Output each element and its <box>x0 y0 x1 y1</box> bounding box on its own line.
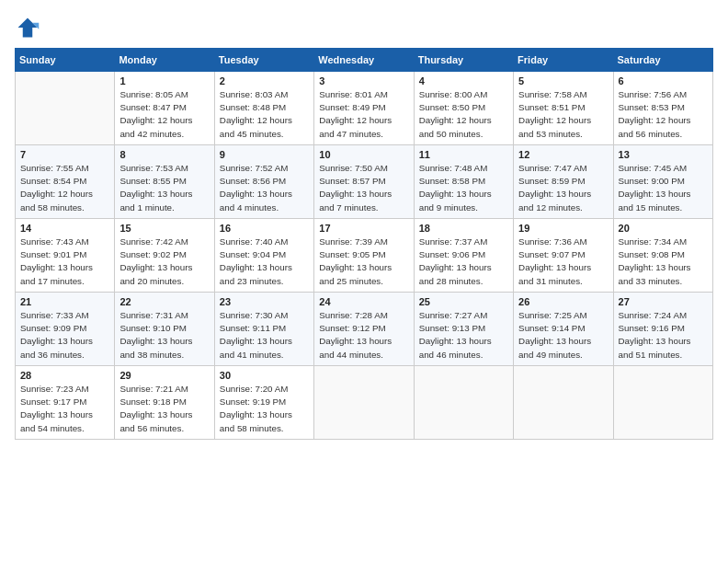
day-cell: 13Sunrise: 7:45 AMSunset: 9:00 PMDayligh… <box>613 145 712 219</box>
day-number: 22 <box>119 296 209 307</box>
day-number: 6 <box>619 75 708 86</box>
day-info: Sunrise: 7:58 AMSunset: 8:51 PMDaylight:… <box>518 88 608 141</box>
day-cell: 10Sunrise: 7:50 AMSunset: 8:57 PMDayligh… <box>314 145 414 219</box>
day-info: Sunrise: 7:23 AMSunset: 9:17 PMDaylight:… <box>20 383 109 435</box>
day-number: 27 <box>619 296 708 307</box>
day-cell <box>613 366 712 440</box>
day-cell: 26Sunrise: 7:25 AMSunset: 9:14 PMDayligh… <box>514 293 613 366</box>
header-cell-saturday: Saturday <box>613 49 712 72</box>
day-cell: 21Sunrise: 7:33 AMSunset: 9:09 PMDayligh… <box>16 293 115 366</box>
day-info: Sunrise: 7:50 AMSunset: 8:57 PMDaylight:… <box>319 162 408 214</box>
day-info: Sunrise: 7:27 AMSunset: 9:13 PMDaylight:… <box>419 309 508 362</box>
day-cell <box>16 72 115 145</box>
header-row: SundayMondayTuesdayWednesdayThursdayFrid… <box>16 49 713 72</box>
week-row-5: 28Sunrise: 7:23 AMSunset: 9:17 PMDayligh… <box>16 366 713 440</box>
day-info: Sunrise: 7:34 AMSunset: 9:08 PMDaylight:… <box>619 236 708 288</box>
week-row-3: 14Sunrise: 7:43 AMSunset: 9:01 PMDayligh… <box>16 219 713 293</box>
day-cell: 6Sunrise: 7:56 AMSunset: 8:53 PMDaylight… <box>613 72 712 145</box>
day-cell <box>514 366 613 440</box>
day-info: Sunrise: 7:40 AMSunset: 9:04 PMDaylight:… <box>220 236 309 288</box>
day-number: 26 <box>518 296 608 307</box>
day-info: Sunrise: 7:43 AMSunset: 9:01 PMDaylight:… <box>20 236 109 288</box>
header-cell-thursday: Thursday <box>414 49 513 72</box>
day-cell: 4Sunrise: 8:00 AMSunset: 8:50 PMDaylight… <box>414 72 513 145</box>
header-cell-wednesday: Wednesday <box>314 49 414 72</box>
day-cell: 29Sunrise: 7:21 AMSunset: 9:18 PMDayligh… <box>115 366 214 440</box>
day-info: Sunrise: 7:37 AMSunset: 9:06 PMDaylight:… <box>419 236 508 288</box>
day-info: Sunrise: 8:01 AMSunset: 8:49 PMDaylight:… <box>319 88 408 141</box>
day-number: 7 <box>20 149 109 160</box>
day-info: Sunrise: 8:00 AMSunset: 8:50 PMDaylight:… <box>419 88 508 141</box>
day-number: 13 <box>619 149 708 160</box>
day-cell: 7Sunrise: 7:55 AMSunset: 8:54 PMDaylight… <box>16 145 115 219</box>
header-cell-monday: Monday <box>115 49 214 72</box>
day-cell: 16Sunrise: 7:40 AMSunset: 9:04 PMDayligh… <box>214 219 313 293</box>
day-number: 2 <box>220 75 309 86</box>
day-number: 16 <box>220 223 309 234</box>
day-number: 17 <box>319 223 408 234</box>
day-cell: 22Sunrise: 7:31 AMSunset: 9:10 PMDayligh… <box>115 293 214 366</box>
day-number: 3 <box>319 75 408 86</box>
day-cell: 20Sunrise: 7:34 AMSunset: 9:08 PMDayligh… <box>613 219 712 293</box>
day-info: Sunrise: 7:36 AMSunset: 9:07 PMDaylight:… <box>518 236 608 288</box>
day-info: Sunrise: 7:39 AMSunset: 9:05 PMDaylight:… <box>319 236 408 288</box>
day-info: Sunrise: 7:45 AMSunset: 9:00 PMDaylight:… <box>619 162 708 214</box>
week-row-1: 1Sunrise: 8:05 AMSunset: 8:47 PMDaylight… <box>16 72 713 145</box>
day-cell: 24Sunrise: 7:28 AMSunset: 9:12 PMDayligh… <box>314 293 414 366</box>
logo <box>15 15 44 40</box>
day-number: 14 <box>20 223 109 234</box>
day-cell: 30Sunrise: 7:20 AMSunset: 9:19 PMDayligh… <box>214 366 313 440</box>
day-info: Sunrise: 7:28 AMSunset: 9:12 PMDaylight:… <box>319 309 408 362</box>
day-info: Sunrise: 8:03 AMSunset: 8:48 PMDaylight:… <box>220 88 309 141</box>
day-number: 1 <box>119 75 209 86</box>
day-number: 4 <box>419 75 508 86</box>
day-number: 28 <box>20 370 109 381</box>
day-cell: 28Sunrise: 7:23 AMSunset: 9:17 PMDayligh… <box>16 366 115 440</box>
page-header <box>15 15 713 40</box>
day-number: 5 <box>518 75 608 86</box>
day-cell <box>414 366 513 440</box>
week-row-4: 21Sunrise: 7:33 AMSunset: 9:09 PMDayligh… <box>16 293 713 366</box>
header-cell-sunday: Sunday <box>16 49 115 72</box>
day-cell: 23Sunrise: 7:30 AMSunset: 9:11 PMDayligh… <box>214 293 313 366</box>
day-cell: 18Sunrise: 7:37 AMSunset: 9:06 PMDayligh… <box>414 219 513 293</box>
day-number: 30 <box>220 370 309 381</box>
day-cell: 3Sunrise: 8:01 AMSunset: 8:49 PMDaylight… <box>314 72 414 145</box>
day-cell: 27Sunrise: 7:24 AMSunset: 9:16 PMDayligh… <box>613 293 712 366</box>
day-number: 9 <box>220 149 309 160</box>
day-cell: 2Sunrise: 8:03 AMSunset: 8:48 PMDaylight… <box>214 72 313 145</box>
calendar-table: SundayMondayTuesdayWednesdayThursdayFrid… <box>15 48 713 440</box>
svg-marker-0 <box>18 18 38 38</box>
day-cell: 1Sunrise: 8:05 AMSunset: 8:47 PMDaylight… <box>115 72 214 145</box>
logo-icon <box>15 15 40 40</box>
day-info: Sunrise: 7:31 AMSunset: 9:10 PMDaylight:… <box>119 309 209 362</box>
day-number: 15 <box>119 223 209 234</box>
header-cell-friday: Friday <box>514 49 613 72</box>
day-cell: 12Sunrise: 7:47 AMSunset: 8:59 PMDayligh… <box>514 145 613 219</box>
day-number: 11 <box>419 149 508 160</box>
day-cell: 5Sunrise: 7:58 AMSunset: 8:51 PMDaylight… <box>514 72 613 145</box>
day-cell <box>314 366 414 440</box>
day-info: Sunrise: 7:21 AMSunset: 9:18 PMDaylight:… <box>119 383 209 435</box>
day-cell: 9Sunrise: 7:52 AMSunset: 8:56 PMDaylight… <box>214 145 313 219</box>
day-info: Sunrise: 7:20 AMSunset: 9:19 PMDaylight:… <box>220 383 309 435</box>
day-info: Sunrise: 7:47 AMSunset: 8:59 PMDaylight:… <box>518 162 608 214</box>
day-info: Sunrise: 7:33 AMSunset: 9:09 PMDaylight:… <box>20 309 109 362</box>
week-row-2: 7Sunrise: 7:55 AMSunset: 8:54 PMDaylight… <box>16 145 713 219</box>
day-number: 24 <box>319 296 408 307</box>
day-number: 20 <box>619 223 708 234</box>
day-number: 29 <box>119 370 209 381</box>
day-cell: 25Sunrise: 7:27 AMSunset: 9:13 PMDayligh… <box>414 293 513 366</box>
day-cell: 8Sunrise: 7:53 AMSunset: 8:55 PMDaylight… <box>115 145 214 219</box>
day-info: Sunrise: 7:55 AMSunset: 8:54 PMDaylight:… <box>20 162 109 214</box>
day-info: Sunrise: 7:48 AMSunset: 8:58 PMDaylight:… <box>419 162 508 214</box>
header-cell-tuesday: Tuesday <box>214 49 313 72</box>
day-number: 25 <box>419 296 508 307</box>
day-info: Sunrise: 7:53 AMSunset: 8:55 PMDaylight:… <box>119 162 209 214</box>
day-number: 19 <box>518 223 608 234</box>
day-info: Sunrise: 7:56 AMSunset: 8:53 PMDaylight:… <box>619 88 708 141</box>
day-number: 18 <box>419 223 508 234</box>
day-cell: 14Sunrise: 7:43 AMSunset: 9:01 PMDayligh… <box>16 219 115 293</box>
day-number: 8 <box>119 149 209 160</box>
day-info: Sunrise: 7:30 AMSunset: 9:11 PMDaylight:… <box>220 309 309 362</box>
